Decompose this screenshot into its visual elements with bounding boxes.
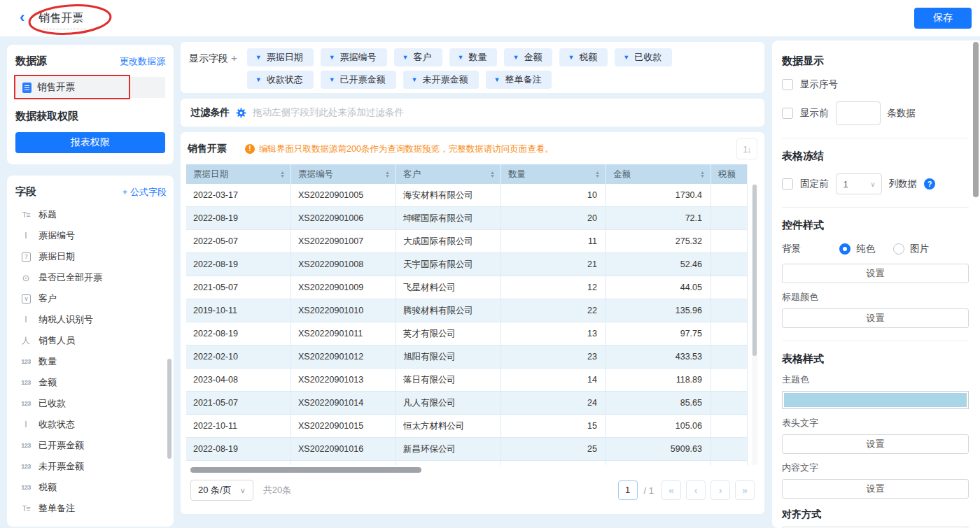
solid-color-radio[interactable]: [839, 243, 850, 255]
field-item-number[interactable]: 123已开票金额: [15, 435, 167, 456]
fix-columns-checkbox[interactable]: [782, 178, 793, 190]
table-horizontal-scroll-thumb[interactable]: [190, 467, 421, 473]
display-field-chip[interactable]: ▼税额: [559, 48, 608, 66]
filter-placeholder[interactable]: 拖动左侧字段到此处来添加过滤条件: [253, 106, 404, 119]
sort-arrows-icon[interactable]: ▲▼: [595, 171, 600, 178]
table-cell: [711, 184, 748, 207]
display-field-chip[interactable]: ▼金额: [504, 48, 552, 66]
field-item-number[interactable]: 123数量: [15, 351, 167, 372]
column-header[interactable]: 数量▲▼: [501, 164, 606, 184]
table-row[interactable]: 2022-08-19XS20220901011英才有限公司1397.75: [186, 322, 748, 345]
column-header[interactable]: 客户▲▼: [396, 164, 501, 184]
page-scrollbar[interactable]: [973, 42, 979, 197]
table-cell: XS20220901012: [291, 345, 396, 369]
page-number-input[interactable]: 1: [618, 480, 638, 500]
field-item-number[interactable]: 123金额: [15, 372, 167, 393]
show-first-count-input[interactable]: [836, 101, 881, 125]
table-cell: 20: [501, 207, 606, 230]
formula-field-link[interactable]: + 公式字段: [122, 186, 167, 199]
table-row[interactable]: 2022-08-19XS20220901008天宇国际有限公司2152.46: [186, 253, 748, 276]
column-header[interactable]: 票据编号▲▼: [291, 164, 396, 184]
field-item-text[interactable]: I纳税人识别号: [15, 309, 167, 330]
field-item-title[interactable]: T≡整单备注: [15, 498, 167, 519]
last-page-button[interactable]: »: [735, 480, 755, 500]
display-field-chip[interactable]: ▼已收款: [615, 48, 672, 66]
report-permission-button[interactable]: 报表权限: [15, 132, 165, 153]
field-item-radio[interactable]: ⊙是否已全部开票: [15, 267, 167, 288]
table-row[interactable]: 2022-03-17XS20220901005海安材料有限公司101730.4: [186, 184, 748, 207]
display-field-chip[interactable]: ▼票据日期: [247, 48, 314, 66]
table-row[interactable]: 2021-05-07XS20220901014凡人有限公司2485.65: [186, 392, 748, 415]
table-row[interactable]: 2022-02-10XS20220901012旭阳有限公司23433.53: [186, 345, 748, 369]
display-field-chip[interactable]: ▼票据编号: [321, 48, 387, 66]
table-row[interactable]: 2021-05-07XS20220901009飞星材料公司1244.05: [186, 276, 748, 299]
column-header[interactable]: 金额▲▼: [606, 164, 711, 184]
table-card-header: 销售开票 ! 编辑界面只取数据源前200条作为查询数据预览，完整数据请访问页面查…: [186, 136, 759, 162]
show-index-checkbox[interactable]: [782, 79, 793, 90]
table-row[interactable]: 2019-10-11XS20220901010腾骏材料有限公司22135.96: [186, 299, 748, 322]
sort-arrows-icon[interactable]: ▲▼: [490, 171, 495, 178]
table-cell: 433.53: [606, 345, 711, 369]
field-item-text[interactable]: I收款状态: [15, 414, 167, 435]
content-text-set-button[interactable]: 设置: [782, 479, 969, 499]
field-item-text[interactable]: I票据编号: [15, 225, 167, 246]
table-cell: [291, 461, 396, 465]
help-icon[interactable]: ?: [924, 178, 935, 190]
table-row[interactable]: 2022-08-19XS20220901016新昌环保公司255909.63: [186, 438, 748, 461]
table-cell: 11: [501, 230, 606, 253]
table-row[interactable]: 2022-08-19XS20220901006坤曜国际有限公司2072.1: [186, 207, 748, 230]
datasource-item[interactable]: 销售开票: [15, 77, 165, 98]
field-item-number[interactable]: 123已收款: [15, 393, 167, 414]
title-color-set-button[interactable]: 设置: [782, 308, 969, 328]
change-datasource-link[interactable]: 更改数据源: [120, 55, 165, 68]
back-icon[interactable]: ‹: [20, 10, 24, 25]
sort-arrows-icon[interactable]: ▲▼: [280, 171, 285, 178]
display-field-chip[interactable]: ▼整单备注: [486, 71, 552, 89]
image-radio[interactable]: [893, 243, 904, 255]
dropdown-triangle-icon: ▼: [329, 76, 335, 83]
table-cell: 22: [501, 299, 606, 322]
table-vertical-scroll-thumb[interactable]: [752, 185, 757, 356]
display-field-chip[interactable]: ▼客户: [394, 48, 442, 66]
fix-columns-select[interactable]: 1 ∨: [836, 173, 882, 194]
page-size-select[interactable]: 20 条/页 ∨: [190, 480, 253, 501]
background-set-button[interactable]: 设置: [782, 264, 969, 283]
gear-icon[interactable]: [236, 108, 246, 118]
next-page-button[interactable]: ›: [710, 480, 730, 500]
prev-page-button[interactable]: ‹: [686, 480, 706, 500]
display-field-chip[interactable]: ▼数量: [449, 48, 498, 66]
theme-color-label: 主题色: [782, 373, 969, 386]
table-cell: 10: [501, 184, 606, 207]
display-field-chip[interactable]: ▼未开票金额: [403, 71, 479, 89]
table-vertical-scrollbar[interactable]: [752, 184, 757, 465]
table-row[interactable]: 2022-10-11XS20220901015恒太方材料公司15105.06: [186, 415, 748, 438]
sort-arrows-icon[interactable]: ▲▼: [700, 171, 705, 178]
show-first-checkbox[interactable]: [782, 108, 793, 119]
column-header[interactable]: 票据日期▲▼: [186, 164, 291, 184]
display-field-chip[interactable]: ▼收款状态: [247, 71, 314, 89]
field-item-select[interactable]: ∨客户: [15, 288, 167, 309]
sort-order-icon[interactable]: 1↓: [736, 138, 757, 159]
header-text-set-button[interactable]: 设置: [782, 434, 969, 454]
field-item-person[interactable]: 人销售人员: [15, 330, 167, 351]
column-header[interactable]: 税额: [711, 164, 748, 184]
field-item-title[interactable]: T≡标题: [15, 204, 167, 225]
field-item-number[interactable]: 123税额: [15, 477, 167, 498]
number-field-icon: 123: [20, 358, 32, 365]
first-page-button[interactable]: «: [662, 480, 681, 500]
table-row[interactable]: 2023-04-08XS20220901013落日有限公司14118.89: [186, 369, 748, 392]
display-field-chip[interactable]: ▼已开票金额: [321, 71, 396, 89]
table-cell: 23: [501, 345, 606, 369]
add-field-icon[interactable]: +: [231, 52, 237, 64]
fields-scrollbar[interactable]: [167, 359, 172, 459]
table-horizontal-scrollbar[interactable]: [186, 467, 757, 473]
save-button[interactable]: 保存: [914, 8, 972, 29]
sort-arrows-icon[interactable]: ▲▼: [385, 171, 390, 178]
field-item-date[interactable]: 7票据日期: [15, 246, 167, 267]
theme-color-swatch[interactable]: [782, 391, 969, 409]
field-item-number[interactable]: 123未开票金额: [15, 456, 167, 477]
page-title[interactable]: 销售开票: [36, 12, 86, 29]
table-row[interactable]: 2022-05-07XS20220901007大成国际有限公司11275.32: [186, 230, 748, 253]
table-cell: [711, 299, 748, 322]
table-cell: [711, 369, 748, 392]
